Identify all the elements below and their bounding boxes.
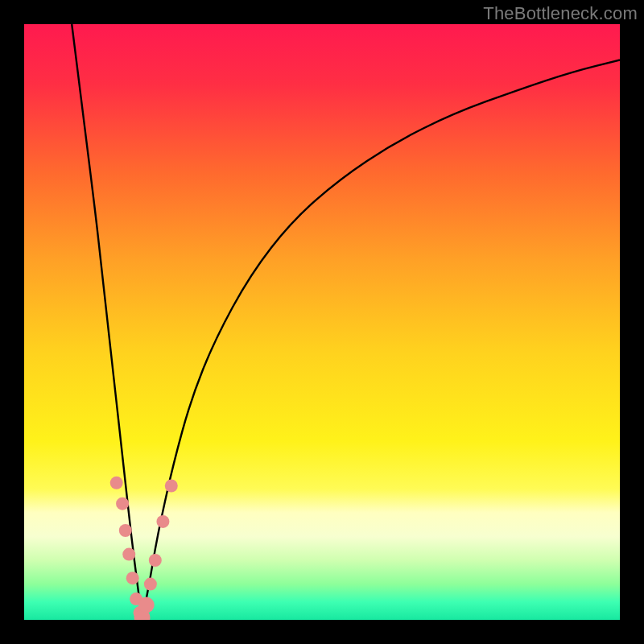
marker-dot (122, 548, 135, 561)
marker-dot (126, 572, 139, 584)
chart-svg (24, 24, 620, 620)
marker-dot (144, 578, 157, 591)
marker-dot (138, 597, 155, 613)
plot-area (24, 24, 620, 620)
marker-dot (156, 515, 169, 528)
watermark-text: TheBottleneck.com (483, 3, 638, 24)
marker-dot (149, 554, 162, 567)
marker-dot (110, 477, 123, 489)
marker-dot (165, 480, 178, 493)
gradient-background (24, 24, 620, 620)
outer-frame: TheBottleneck.com (0, 0, 644, 644)
marker-dot (119, 524, 132, 537)
marker-dot (116, 497, 129, 510)
